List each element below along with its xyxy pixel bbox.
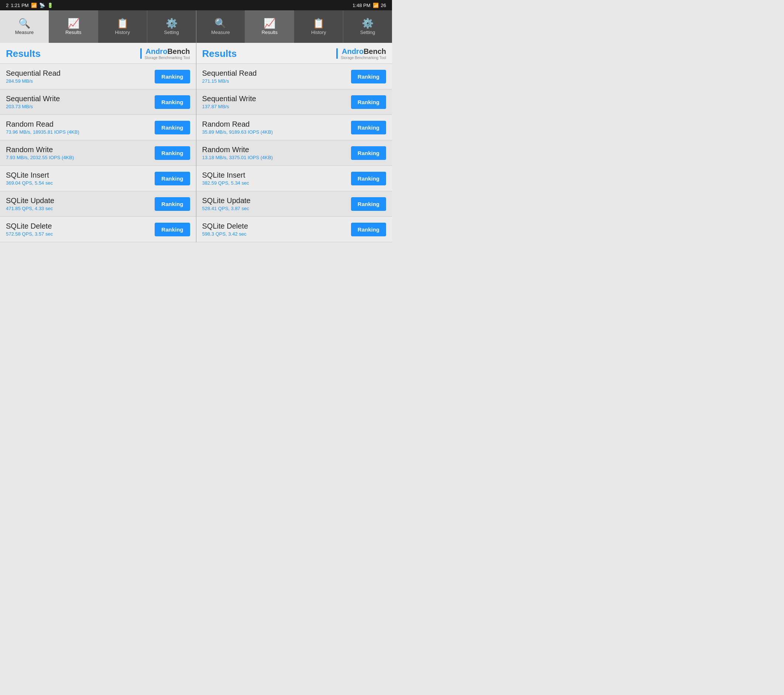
- tab-results-right[interactable]: 📈 Results: [245, 10, 294, 43]
- bench-row-sqlite-update-right: SQLite Update 528.41 QPS, 3.87 sec Ranki…: [196, 191, 392, 217]
- ranking-btn-sqlite-delete-right[interactable]: Ranking: [351, 223, 386, 236]
- status-right: 1:48 PM 📶 26: [352, 3, 386, 8]
- tab-history-label-left: History: [115, 30, 130, 35]
- panel-right: 🔍 Measure 📈 Results 📋 History ⚙️ Setting…: [196, 10, 392, 242]
- wifi-icon-right: 📶: [373, 3, 379, 8]
- status-bar: 2 1:21 PM 📶 📡 🔋 1:48 PM 📶 26: [0, 0, 392, 10]
- tab-measure-label-right: Measure: [211, 30, 230, 35]
- logo-bar-left: [140, 48, 142, 59]
- ranking-btn-rand-write-right[interactable]: Ranking: [351, 146, 386, 160]
- ranking-btn-sqlite-insert-right[interactable]: Ranking: [351, 172, 386, 185]
- bench-name-sqlite-update-left: SQLite Update: [6, 196, 54, 205]
- results-header-left: Results AndroBench Storage Benchmarking …: [0, 43, 196, 64]
- results-icon-right: 📈: [264, 18, 275, 28]
- tab-measure-right[interactable]: 🔍 Measure: [196, 10, 245, 43]
- bench-value-seq-read-left: 284.59 MB/s: [6, 78, 61, 84]
- tab-results-left[interactable]: 📈 Results: [49, 10, 98, 43]
- ranking-btn-seq-write-left[interactable]: Ranking: [155, 95, 190, 109]
- bench-value-sqlite-update-left: 471.85 QPS, 4.33 sec: [6, 206, 54, 211]
- ranking-btn-sqlite-update-left[interactable]: Ranking: [155, 197, 190, 211]
- ranking-btn-rand-read-right[interactable]: Ranking: [351, 121, 386, 134]
- measure-icon-right: 🔍: [214, 18, 226, 28]
- bench-row-seq-read-right: Sequential Read 271.15 MB/s Ranking: [196, 64, 392, 89]
- right-time: 1:48 PM: [352, 3, 370, 8]
- bench-value-rand-read-left: 73.96 MB/s, 18935.81 IOPS (4KB): [6, 129, 79, 135]
- tab-setting-label-right: Setting: [360, 30, 375, 35]
- bench-name-seq-read-right: Sequential Read: [202, 69, 257, 78]
- bench-value-seq-write-left: 203.73 MB/s: [6, 104, 60, 109]
- ranking-btn-seq-read-right[interactable]: Ranking: [351, 70, 386, 83]
- tab-bar-right: 🔍 Measure 📈 Results 📋 History ⚙️ Setting: [196, 10, 392, 43]
- bench-name-seq-write-right: Sequential Write: [202, 94, 256, 103]
- ranking-btn-seq-write-right[interactable]: Ranking: [351, 95, 386, 109]
- bench-name-sqlite-update-right: SQLite Update: [202, 196, 250, 205]
- bench-name-seq-write-left: Sequential Write: [6, 94, 60, 103]
- ranking-btn-rand-write-left[interactable]: Ranking: [155, 146, 190, 160]
- bench-row-seq-write-left: Sequential Write 203.73 MB/s Ranking: [0, 89, 196, 115]
- ranking-btn-sqlite-delete-left[interactable]: Ranking: [155, 223, 190, 236]
- ranking-btn-rand-read-left[interactable]: Ranking: [155, 121, 190, 134]
- panels-container: 🔍 Measure 📈 Results 📋 History ⚙️ Setting…: [0, 10, 392, 242]
- bench-row-sqlite-insert-left: SQLite Insert 369.04 QPS, 5.54 sec Ranki…: [0, 166, 196, 191]
- tab-setting-left[interactable]: ⚙️ Setting: [147, 10, 196, 43]
- bench-name-rand-write-left: Random Write: [6, 145, 74, 154]
- bench-name-rand-read-left: Random Read: [6, 120, 79, 129]
- tab-setting-label-left: Setting: [164, 30, 179, 35]
- bench-name-sqlite-insert-right: SQLite Insert: [202, 171, 249, 180]
- status-left: 2 1:21 PM 📶 📡 🔋: [6, 3, 53, 8]
- bench-value-rand-write-left: 7.93 MB/s, 2032.55 IOPS (4KB): [6, 155, 74, 160]
- bench-value-rand-write-right: 13.18 MB/s, 3375.01 IOPS (4KB): [202, 155, 273, 160]
- bench-value-seq-write-right: 137.87 MB/s: [202, 104, 256, 109]
- ranking-btn-seq-read-left[interactable]: Ranking: [155, 70, 190, 83]
- tab-history-left[interactable]: 📋 History: [98, 10, 147, 43]
- results-title-right: Results: [202, 48, 237, 59]
- panel-left: 🔍 Measure 📈 Results 📋 History ⚙️ Setting…: [0, 10, 196, 242]
- bench-name-rand-read-right: Random Read: [202, 120, 273, 129]
- tab-bar-left: 🔍 Measure 📈 Results 📋 History ⚙️ Setting: [0, 10, 196, 43]
- androbench-sub-right: Storage Benchmarking Tool: [341, 56, 386, 60]
- results-header-right: Results AndroBench Storage Benchmarking …: [196, 43, 392, 64]
- tab-measure-left[interactable]: 🔍 Measure: [0, 10, 49, 43]
- bench-value-sqlite-insert-left: 369.04 QPS, 5.54 sec: [6, 180, 53, 186]
- androbench-sub-left: Storage Benchmarking Tool: [145, 56, 190, 60]
- bench-row-seq-read-left: Sequential Read 284.59 MB/s Ranking: [0, 64, 196, 89]
- tab-measure-label-left: Measure: [15, 30, 34, 35]
- bench-value-sqlite-update-right: 528.41 QPS, 3.87 sec: [202, 206, 250, 211]
- bench-name-rand-write-right: Random Write: [202, 145, 273, 154]
- logo-bar-right: [336, 48, 338, 59]
- measure-icon-left: 🔍: [18, 18, 30, 28]
- bench-row-rand-read-right: Random Read 35.89 MB/s, 9189.63 IOPS (4K…: [196, 115, 392, 140]
- bench-value-sqlite-delete-right: 598.3 QPS, 3.42 sec: [202, 231, 249, 237]
- ranking-btn-sqlite-insert-left[interactable]: Ranking: [155, 172, 190, 185]
- bench-row-seq-write-right: Sequential Write 137.87 MB/s Ranking: [196, 89, 392, 115]
- bench-value-sqlite-insert-right: 382.59 QPS, 5.34 sec: [202, 180, 249, 186]
- bench-name-sqlite-insert-left: SQLite Insert: [6, 171, 53, 180]
- history-icon-left: 📋: [117, 18, 128, 28]
- bench-row-sqlite-insert-right: SQLite Insert 382.59 QPS, 5.34 sec Ranki…: [196, 166, 392, 191]
- bench-row-sqlite-delete-right: SQLite Delete 598.3 QPS, 3.42 sec Rankin…: [196, 217, 392, 242]
- tab-history-label-right: History: [311, 30, 326, 35]
- bench-row-rand-write-right: Random Write 13.18 MB/s, 3375.01 IOPS (4…: [196, 140, 392, 166]
- setting-icon-right: ⚙️: [362, 18, 374, 28]
- ranking-btn-sqlite-update-right[interactable]: Ranking: [351, 197, 386, 211]
- tab-results-label-left: Results: [65, 30, 81, 35]
- battery-right: 26: [381, 3, 386, 8]
- results-icon-left: 📈: [68, 18, 79, 28]
- tab-setting-right[interactable]: ⚙️ Setting: [343, 10, 392, 43]
- bench-row-rand-write-left: Random Write 7.93 MB/s, 2032.55 IOPS (4K…: [0, 140, 196, 166]
- bench-row-sqlite-update-left: SQLite Update 471.85 QPS, 4.33 sec Ranki…: [0, 191, 196, 217]
- androbench-logo-left: AndroBench Storage Benchmarking Tool: [140, 47, 190, 60]
- results-title-left: Results: [6, 48, 41, 59]
- signal-icon-left: 📡: [39, 3, 45, 8]
- bench-name-seq-read-left: Sequential Read: [6, 69, 61, 78]
- bench-value-rand-read-right: 35.89 MB/s, 9189.63 IOPS (4KB): [202, 129, 273, 135]
- history-icon-right: 📋: [313, 18, 324, 28]
- bench-value-seq-read-right: 271.15 MB/s: [202, 78, 257, 84]
- bench-name-sqlite-delete-right: SQLite Delete: [202, 222, 249, 230]
- bench-value-sqlite-delete-left: 572.58 QPS, 3.57 sec: [6, 231, 53, 237]
- bench-row-sqlite-delete-left: SQLite Delete 572.58 QPS, 3.57 sec Ranki…: [0, 217, 196, 242]
- androbench-name-left: AndroBench: [145, 47, 190, 56]
- tab-history-right[interactable]: 📋 History: [294, 10, 343, 43]
- bench-name-sqlite-delete-left: SQLite Delete: [6, 222, 53, 230]
- bench-list-left: Sequential Read 284.59 MB/s Ranking Sequ…: [0, 64, 196, 242]
